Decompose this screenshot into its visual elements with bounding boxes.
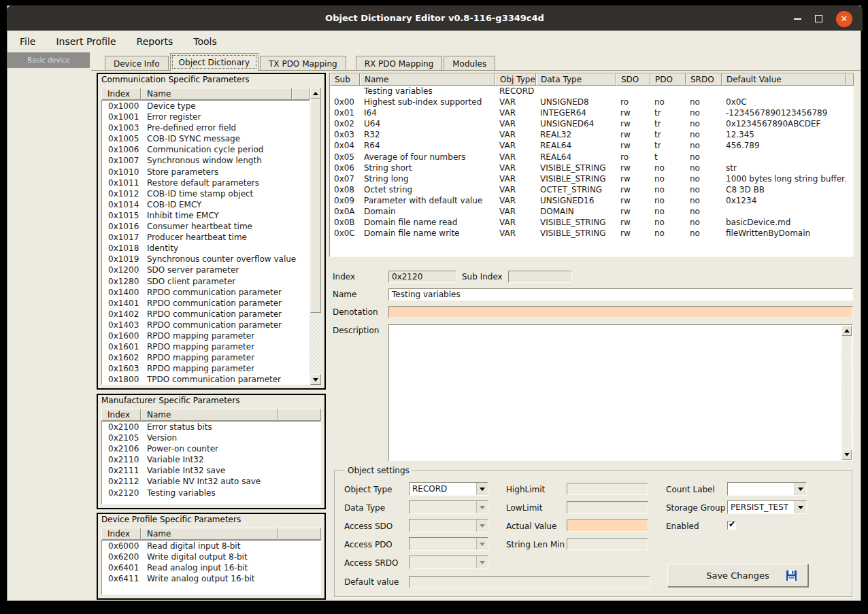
table-row[interactable]: 0x1400 RPDO communication parameter [102,287,309,298]
table-row[interactable]: 0x02 U64 VAR UNSIGNED64 rw tr no 0x12345… [330,118,853,129]
description-scrollbar[interactable] [841,326,852,460]
scroll-up-icon[interactable] [841,326,852,336]
tab-modules[interactable]: Modules [444,56,495,71]
table-row[interactable]: 0x05 Average of four numbers VAR REAL64 … [330,152,853,163]
actual-value-field[interactable] [567,519,648,532]
close-icon[interactable]: ✕ [836,11,852,27]
table-row[interactable]: 0x08 Octet string VAR OCTET_STRING rw no… [330,184,853,195]
table-row[interactable]: 0x1012 COB-ID time stamp object [102,188,309,199]
menu-insert-profile[interactable]: Insert Profile [56,36,116,47]
column-header-srdo[interactable]: SRDO [686,73,722,86]
table-row[interactable]: 0x1000 Device type [102,101,309,112]
table-row[interactable]: 0x1018 Identity [102,243,309,254]
table-row[interactable]: 0x1001 Error register [102,112,309,122]
table-row[interactable]: 0x1200 SDO server parameter [102,265,309,275]
subindex-field[interactable] [508,271,572,283]
table-row[interactable]: 0x2120 Testing variables [102,488,320,498]
table-row[interactable]: 0x1800 TPDO communication parameter [102,374,309,385]
table-row[interactable]: 0x1011 Restore default parameters [102,177,309,188]
table-row[interactable]: 0x1602 RPDO mapping parameter [102,352,309,363]
communication-params-scrollbar[interactable] [310,88,321,385]
table-row[interactable]: Testing variables RECORD [330,86,853,97]
device-tab-basic-device[interactable]: Basic device [7,52,90,68]
table-row[interactable]: 0x1280 SDO client parameter [102,276,309,287]
index-field[interactable]: 0x2120 [388,271,456,283]
count-label-select[interactable] [727,482,807,496]
column-header-sdo[interactable]: SDO [616,73,650,86]
table-row[interactable]: 0x1601 RPDO mapping parameter [102,341,309,352]
chevron-down-icon[interactable] [795,501,806,513]
column-header-obj-type[interactable]: Obj Type [495,73,536,86]
table-row[interactable]: 0x2110 Variable Int32 [102,454,320,465]
column-header-data-type[interactable]: Data Type [536,73,616,86]
table-row[interactable]: 0x1005 COB-ID SYNC message [102,133,309,144]
table-row[interactable]: 0x2112 Variable NV Int32 auto save [102,476,320,487]
table-row[interactable]: 0x2111 Variable Int32 save [102,465,320,476]
column-header-name[interactable]: Name [141,409,278,421]
tab-tx-pdo-mapping[interactable]: TX PDO Mapping [260,56,346,71]
column-header-pdo[interactable]: PDO [650,73,686,86]
minimize-icon[interactable] [794,18,801,20]
table-row[interactable]: 0x1402 RPDO communication parameter [102,309,309,320]
table-row[interactable]: 0x1401 RPDO communication parameter [102,298,309,309]
scrollbar-track[interactable] [841,336,852,449]
scrollbar-thumb[interactable] [310,99,321,313]
table-row[interactable]: 0x1016 Consumer heartbeat time [102,221,309,232]
scrollbar-track[interactable] [310,99,321,374]
table-row[interactable]: 0x0B Domain file name read VAR VISIBLE_S… [330,217,853,228]
table-row[interactable]: 0x1603 RPDO mapping parameter [102,363,309,374]
storage-group-select[interactable]: PERSIST_TEST [727,500,807,514]
column-header-index[interactable]: Index [101,88,141,100]
column-header-name[interactable]: Name [141,88,292,100]
table-row[interactable]: 0x6411 Write analog output 16-bit [102,573,320,584]
chevron-down-icon[interactable] [476,483,488,495]
table-row[interactable]: 0x1403 RPDO communication parameter [102,320,309,330]
menu-file[interactable]: File [20,36,35,47]
table-row[interactable]: 0x2100 Error status bits [102,422,320,432]
table-row[interactable]: 0x1010 Store parameters [102,167,309,177]
table-row[interactable]: 0x1014 COB-ID EMCY [102,199,309,210]
column-header-name[interactable]: Name [360,73,495,86]
table-row[interactable]: 0x0C Domain file name write VAR VISIBLE_… [330,228,853,239]
maximize-icon[interactable] [815,15,822,22]
menu-tools[interactable]: Tools [193,36,217,47]
table-row[interactable]: 0x2105 Version [102,432,320,443]
table-row[interactable]: 0x1003 Pre-defined error field [102,122,309,133]
table-row[interactable]: 0x06 String short VAR VISIBLE_STRING rw … [330,163,853,173]
description-field[interactable] [388,324,853,461]
enabled-checkbox[interactable]: ✔ [727,521,736,530]
table-row[interactable]: 0x1600 RPDO mapping parameter [102,330,309,341]
table-row[interactable]: 0x07 String long VAR VISIBLE_STRING rw n… [330,173,853,184]
column-header-index[interactable]: Index [101,528,141,540]
object-type-select[interactable]: RECORD [409,482,488,496]
table-row[interactable]: 0x1015 Inhibit time EMCY [102,210,309,221]
scroll-down-icon[interactable] [841,449,852,460]
table-row[interactable]: 0x6000 Read digital input 8-bit [102,541,320,551]
table-row[interactable]: 0x6401 Read analog input 16-bit [102,562,320,573]
table-row[interactable]: 0x1006 Communication cycle period [102,144,309,155]
name-field[interactable]: Testing variables [388,288,853,301]
table-row[interactable]: 0x03 R32 VAR REAL32 rw tr no 12.345 [330,129,853,140]
scroll-down-icon[interactable] [310,374,321,385]
table-row[interactable]: 0x09 Parameter with default value VAR UN… [330,195,853,206]
table-row[interactable]: 0x1007 Synchronous window length [102,155,309,166]
tab-rx-pdo-mapping[interactable]: RX PDO Mapping [356,56,443,71]
column-header-name[interactable]: Name [141,528,278,540]
denotation-field[interactable] [388,306,853,318]
menu-reports[interactable]: Reports [137,36,173,47]
table-row[interactable]: 0x1017 Producer heartbeat time [102,232,309,243]
table-row[interactable]: 0x0A Domain VAR DOMAIN rw no no [330,206,853,217]
column-header-sub[interactable]: Sub [330,73,360,86]
table-row[interactable]: 0x2106 Power-on counter [102,443,320,454]
column-header-default-value[interactable]: Default Value [722,73,846,86]
column-header-index[interactable]: Index [101,409,141,421]
scroll-up-icon[interactable] [310,88,321,99]
table-row[interactable]: 0x1019 Synchronous counter overflow valu… [102,254,309,265]
table-row[interactable]: 0x6200 Write digital output 8-bit [102,551,320,562]
table-row[interactable]: 0x00 Highest sub-index supported VAR UNS… [330,97,853,107]
tab-device-info[interactable]: Device Info [105,56,169,71]
chevron-down-icon[interactable] [795,483,806,495]
tab-object-dictionary[interactable]: Object Dictionary [170,53,258,71]
table-row[interactable]: 0x01 I64 VAR INTEGER64 rw tr no -1234567… [330,107,853,118]
table-row[interactable]: 0x04 R64 VAR REAL64 rw tr no 456.789 [330,140,853,151]
